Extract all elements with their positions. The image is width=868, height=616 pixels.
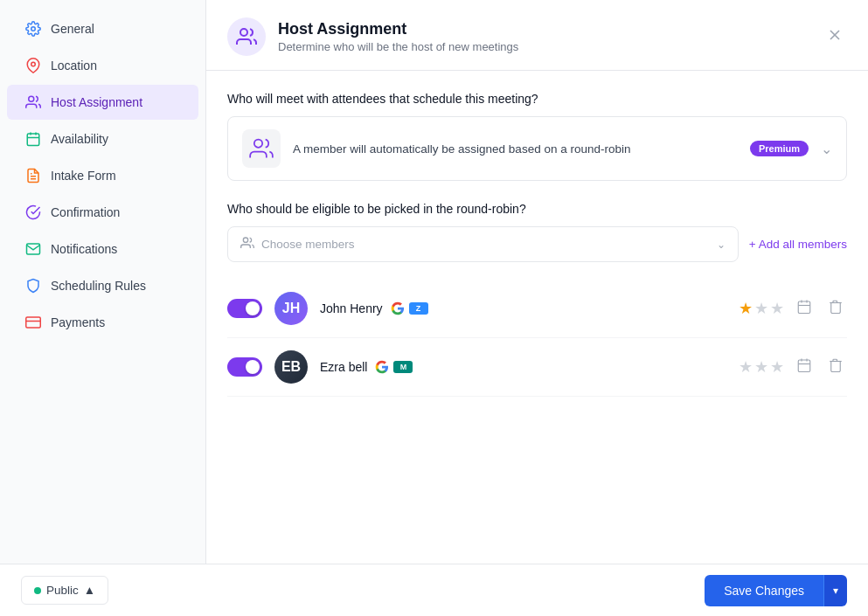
dropdown-chevron-icon: ▾ xyxy=(833,585,838,597)
avatar: JH xyxy=(274,292,308,325)
calendar-button[interactable] xyxy=(793,354,816,381)
integration-icons: Z xyxy=(390,301,428,316)
delete-button[interactable] xyxy=(824,295,847,322)
sidebar-item-scheduling-rules[interactable]: Scheduling Rules xyxy=(7,268,198,303)
save-dropdown-button[interactable]: ▾ xyxy=(823,575,847,606)
sidebar-item-label: Notifications xyxy=(51,242,117,256)
scheduling-icon xyxy=(24,277,42,294)
svg-point-2 xyxy=(29,96,34,101)
sidebar-item-availability[interactable]: Availability xyxy=(7,121,198,156)
calendar-button[interactable] xyxy=(793,295,816,322)
round-robin-card[interactable]: A member will automatically be assigned … xyxy=(227,116,847,181)
star-rating[interactable]: ★ ★ ★ xyxy=(739,357,784,377)
page-title: Host Assignment xyxy=(278,20,518,38)
svg-rect-3 xyxy=(27,134,39,146)
host-icon xyxy=(24,93,42,111)
avatar: EB xyxy=(274,350,308,384)
star-2[interactable]: ★ xyxy=(754,299,768,318)
location-icon xyxy=(24,57,42,74)
sidebar-item-label: Location xyxy=(51,59,97,73)
save-btn-group: Save Changes ▾ xyxy=(705,575,847,606)
public-dot-icon xyxy=(34,587,41,594)
sidebar-item-location[interactable]: Location xyxy=(7,48,198,83)
members-select-container: Choose members ⌄ + Add all members xyxy=(227,226,847,262)
round-robin-text: A member will automatically be assigned … xyxy=(293,142,738,156)
content-body: Who will meet with attendees that schedu… xyxy=(206,71,868,564)
question-1: Who will meet with attendees that schedu… xyxy=(227,92,847,106)
table-row: EB Ezra bell M ★ ★ xyxy=(227,338,847,397)
integration-icons: M xyxy=(374,359,413,375)
delete-button[interactable] xyxy=(824,354,847,381)
page-subtitle: Determine who will be the host of new me… xyxy=(278,40,518,53)
member-name: John Henry Z xyxy=(320,301,726,316)
member-actions: ★ ★ ★ xyxy=(739,295,847,322)
main-content: Host Assignment Determine who will be th… xyxy=(206,0,868,564)
star-1[interactable]: ★ xyxy=(739,299,753,318)
sidebar-item-general[interactable]: General xyxy=(7,11,198,46)
round-robin-icon xyxy=(242,129,281,168)
close-button[interactable] xyxy=(823,23,847,52)
svg-point-14 xyxy=(254,140,262,148)
svg-rect-16 xyxy=(798,301,810,314)
sidebar-item-label: Payments xyxy=(51,315,105,329)
content-header: Host Assignment Determine who will be th… xyxy=(206,0,868,71)
question-2: Who should be eligible to be picked in t… xyxy=(227,202,847,216)
public-button[interactable]: Public ▲ xyxy=(21,576,108,605)
svg-point-11 xyxy=(240,29,247,36)
members-select[interactable]: Choose members ⌄ xyxy=(227,226,739,262)
ezra-bell-toggle[interactable] xyxy=(227,357,262,377)
header-left: Host Assignment Determine who will be th… xyxy=(227,17,518,56)
svg-point-1 xyxy=(31,62,36,66)
notifications-icon xyxy=(24,240,42,258)
svg-rect-9 xyxy=(26,317,41,328)
members-icon xyxy=(240,236,254,253)
star-3[interactable]: ★ xyxy=(770,299,784,318)
sidebar-item-label: General xyxy=(51,22,94,36)
intake-icon xyxy=(24,167,42,184)
chevron-down-icon: ⌄ xyxy=(821,141,832,157)
star-1[interactable]: ★ xyxy=(739,357,753,377)
sidebar: General Location Host Assignment Availab… xyxy=(0,0,206,564)
members-list: JH John Henry Z ★ ★ xyxy=(227,280,847,397)
payments-icon xyxy=(24,314,42,331)
svg-point-15 xyxy=(243,238,247,242)
header-text: Host Assignment Determine who will be th… xyxy=(278,20,518,53)
footer: Public ▲ Save Changes ▾ xyxy=(0,564,868,616)
save-changes-button[interactable]: Save Changes xyxy=(705,575,823,606)
sidebar-item-label: Host Assignment xyxy=(51,95,142,109)
sidebar-item-intake-form[interactable]: Intake Form xyxy=(7,158,198,193)
zoom-icon: Z xyxy=(409,302,428,315)
sidebar-item-notifications[interactable]: Notifications xyxy=(7,232,198,266)
table-row: JH John Henry Z ★ ★ xyxy=(227,280,847,338)
header-icon xyxy=(227,17,266,56)
sidebar-item-label: Intake Form xyxy=(51,169,116,183)
google-icon xyxy=(390,301,406,316)
availability-icon xyxy=(24,130,42,148)
star-rating[interactable]: ★ ★ ★ xyxy=(739,299,784,318)
sidebar-item-host-assignment[interactable]: Host Assignment xyxy=(7,85,198,120)
public-label: Public xyxy=(46,584,79,597)
sidebar-item-payments[interactable]: Payments xyxy=(7,305,198,340)
star-2[interactable]: ★ xyxy=(754,357,768,377)
john-henry-toggle[interactable] xyxy=(227,299,262,318)
member-actions: ★ ★ ★ xyxy=(739,354,847,381)
confirmation-icon xyxy=(24,204,42,221)
svg-rect-20 xyxy=(798,360,810,372)
member-name: Ezra bell M xyxy=(320,359,726,375)
members-placeholder: Choose members xyxy=(261,238,710,251)
star-3[interactable]: ★ xyxy=(770,357,784,377)
google-icon xyxy=(374,359,390,375)
svg-point-0 xyxy=(31,27,36,31)
sidebar-item-label: Scheduling Rules xyxy=(51,279,146,293)
meet-icon: M xyxy=(393,361,413,373)
sidebar-item-label: Availability xyxy=(51,132,108,146)
chevron-up-icon: ▲ xyxy=(84,584,95,597)
sidebar-item-label: Confirmation xyxy=(51,205,120,219)
sidebar-item-confirmation[interactable]: Confirmation xyxy=(7,195,198,230)
premium-badge: Premium xyxy=(750,141,809,156)
add-all-members-link[interactable]: + Add all members xyxy=(749,238,847,251)
general-icon xyxy=(24,20,42,38)
dropdown-arrow-icon: ⌄ xyxy=(717,239,726,251)
